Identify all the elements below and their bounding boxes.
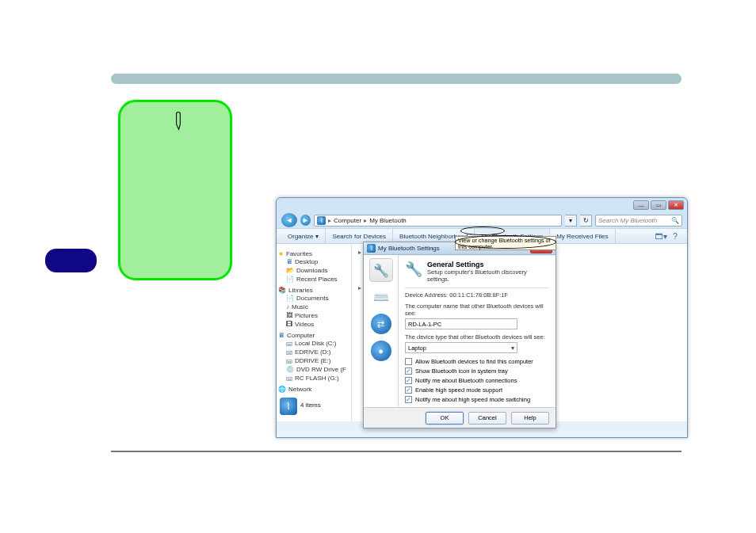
globe-icon: ● xyxy=(371,341,391,361)
cancel-button[interactable]: Cancel xyxy=(468,412,506,424)
sidebar-item-desktop[interactable]: 🖥Desktop xyxy=(278,257,349,266)
computer-group[interactable]: 🖥Computer xyxy=(278,332,349,339)
computer-name-label: The computer name that other Bluetooth d… xyxy=(405,303,549,317)
breadcrumb[interactable]: ⌇ ▸ Computer ▸ My Bluetooth xyxy=(314,215,562,227)
sidebar-item-rcflash[interactable]: 🖴RC FLASH (G:) xyxy=(278,374,349,383)
dialog-footer: OK Cancel Help xyxy=(364,407,556,428)
nav-more-icon[interactable]: ● xyxy=(369,339,393,363)
sidebar-item-videos[interactable]: 🎞Videos xyxy=(278,320,349,329)
sidebar-item-recent[interactable]: 📄Recent Places xyxy=(278,275,349,284)
network-group[interactable]: 🌐Network xyxy=(278,386,349,393)
drive-icon: 🖴 xyxy=(286,357,292,364)
item-count: 4 items xyxy=(300,402,321,409)
note-callout xyxy=(118,100,232,280)
refresh-button[interactable]: ↻ xyxy=(580,215,592,227)
flash-icon: 🖴 xyxy=(286,375,292,382)
crumb-computer[interactable]: Computer xyxy=(334,217,361,224)
search-icon: 🔍 xyxy=(671,217,679,224)
bluetooth-icon: ⌇ xyxy=(317,216,326,225)
annotation-oval-1 xyxy=(460,227,505,235)
sidebar-item-documents[interactable]: 📄Documents xyxy=(278,294,349,303)
device-type-label: The device type that other Bluetooth dev… xyxy=(405,333,549,341)
wrench-icon: 🔧 xyxy=(373,263,389,278)
sidebar-item-downloads[interactable]: 📂Downloads xyxy=(278,266,349,275)
crumb-mybluetooth[interactable]: My Bluetooth xyxy=(369,217,407,224)
divider-pill xyxy=(111,74,682,84)
close-button[interactable]: ✕ xyxy=(668,200,684,210)
organize-menu[interactable]: Organize▾ xyxy=(281,229,326,243)
libraries-group[interactable]: 📚Libraries xyxy=(278,287,349,294)
nav-forward-button[interactable]: ► xyxy=(300,215,311,226)
view-button[interactable]: 🗔▾ xyxy=(654,229,668,243)
chk-label: Show Bluetooth icon in system tray xyxy=(415,367,508,375)
doc-icon: 📄 xyxy=(286,295,294,302)
footer-rule xyxy=(111,451,682,452)
keyboard-icon: ⌨️ xyxy=(373,290,389,305)
checkbox-notify-hs-switch[interactable]: ✓ xyxy=(405,396,412,403)
sidebar-item-ddrive[interactable]: 🖴DDRIVE (E:) xyxy=(278,356,349,365)
dialog-title: My Bluetooth Settings xyxy=(378,245,440,252)
favorites-group[interactable]: ★Favorites xyxy=(278,250,349,257)
maximize-button[interactable]: ▭ xyxy=(651,200,666,210)
nav-share-icon[interactable]: ⇄ xyxy=(369,312,393,336)
sidebar-item-edrive[interactable]: 🖴EDRIVE (D:) xyxy=(278,348,349,356)
globe-icon: ⇄ xyxy=(371,314,391,334)
libraries-icon: 📚 xyxy=(278,287,286,294)
settings-dialog: ⌇ My Bluetooth Settings ✕ 🔧 ⌨️ ⇄ ● 🔧 Gen… xyxy=(363,242,556,428)
sidebar-item-dvd[interactable]: 💿DVD RW Drive (F xyxy=(278,365,349,374)
device-address-value: 00:11:C1:78:0B:8F:1F xyxy=(449,291,508,299)
folder-icon: 📂 xyxy=(286,267,294,274)
address-row: ◄ ► ⌇ ▸ Computer ▸ My Bluetooth ▾ ↻ Sear… xyxy=(277,212,687,228)
dialog-main: 🔧 General Settings Setup computer's Blue… xyxy=(399,255,556,407)
sidebar-item-music[interactable]: ♪Music xyxy=(278,303,349,311)
help-button[interactable]: Help xyxy=(511,412,549,424)
computer-icon: 🖥 xyxy=(278,332,284,339)
drive-icon: 🖴 xyxy=(286,340,292,347)
section-subheading: Setup computer's Bluetooth discovery set… xyxy=(427,268,549,283)
star-icon: ★ xyxy=(278,250,284,257)
drive-icon: 🖴 xyxy=(286,348,292,356)
music-icon: ♪ xyxy=(286,303,289,310)
chk-label: Notify me about high speed mode switchin… xyxy=(415,396,530,403)
chk-label: Notify me about Bluetooth connections xyxy=(415,377,517,384)
my-received-files-button[interactable]: My Received Files xyxy=(550,229,615,243)
window-titlebar: — ▭ ✕ xyxy=(277,198,687,212)
desktop-icon: 🖥 xyxy=(286,258,292,265)
recent-icon: 📄 xyxy=(286,276,294,283)
pencil-icon xyxy=(167,109,192,133)
ok-button[interactable]: OK xyxy=(426,412,464,424)
nav-general-icon[interactable]: 🔧 xyxy=(369,258,393,282)
videos-icon: 🎞 xyxy=(286,321,292,328)
checkbox-tray-icon[interactable]: ✓ xyxy=(405,367,412,375)
dialog-nav: 🔧 ⌨️ ⇄ ● xyxy=(364,255,399,407)
dvd-icon: 💿 xyxy=(286,366,294,373)
chevron-down-icon: ▾ xyxy=(511,345,514,352)
bluetooth-icon: ⌇ xyxy=(367,244,376,253)
page-marker xyxy=(45,249,97,272)
search-input[interactable]: Search My Bluetooth 🔍 xyxy=(595,215,682,227)
pictures-icon: 🖼 xyxy=(286,312,292,319)
breadcrumb-dropdown[interactable]: ▾ xyxy=(565,215,577,227)
sidebar-item-pictures[interactable]: 🖼Pictures xyxy=(278,311,349,320)
annotation-oval-2 xyxy=(455,235,556,249)
nav-pane: ★Favorites 🖥Desktop 📂Downloads 📄Recent P… xyxy=(277,244,352,421)
nav-device-icon[interactable]: ⌨️ xyxy=(369,285,393,309)
computer-name-input[interactable]: RD-LA-1-PC xyxy=(405,318,517,329)
checkbox-notify-connections[interactable]: ✓ xyxy=(405,377,412,384)
search-placeholder: Search My Bluetooth xyxy=(598,217,657,224)
checkbox-discoverable[interactable] xyxy=(405,358,412,365)
section-heading: General Settings xyxy=(427,261,549,268)
minimize-button[interactable]: — xyxy=(633,200,649,210)
device-address-row: Device Address: 00:11:C1:78:0B:8F:1F xyxy=(405,291,549,299)
nav-back-button[interactable]: ◄ xyxy=(281,213,297,227)
sidebar-item-localdisk[interactable]: 🖴Local Disk (C:) xyxy=(278,339,349,348)
device-type-select[interactable]: Laptop▾ xyxy=(405,342,517,353)
chk-label: Enable high speed mode support xyxy=(415,386,502,394)
wrench-icon: 🔧 xyxy=(405,261,422,278)
bluetooth-large-icon: ⌇ xyxy=(280,398,297,415)
checkbox-high-speed[interactable]: ✓ xyxy=(405,386,412,394)
help-button[interactable]: ? xyxy=(668,229,682,243)
status-bar: ⌇ 4 items xyxy=(278,394,349,415)
network-icon: 🌐 xyxy=(278,386,286,393)
chk-label: Allow Bluetooth devices to find this com… xyxy=(415,358,533,365)
